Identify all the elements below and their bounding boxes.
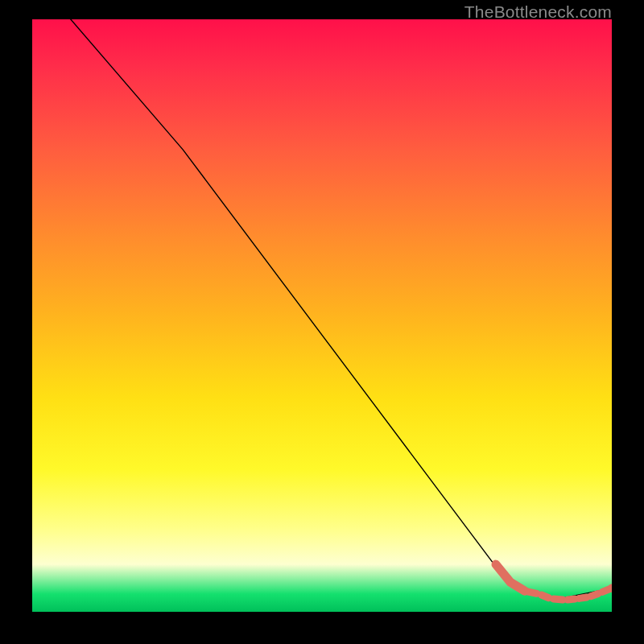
trough-dash-segment [527,592,537,593]
main-curve-path [56,19,612,600]
gradient-plot-area [32,19,612,612]
trough-dash-segment [568,599,575,600]
trough-dash-segment [513,584,522,589]
trough-dash-segment [579,597,586,598]
chart-frame: TheBottleneck.com [0,0,644,644]
trough-dash-segment [591,593,598,596]
trough-dash-segment [498,568,508,579]
trough-dash-segment [554,599,564,600]
chart-overlay-svg [32,19,612,612]
trough-highlight [496,564,612,600]
trough-solid-lead [496,564,525,591]
trough-dash-segment [542,595,549,598]
trough-dash-segment [602,589,609,592]
main-curve [56,19,612,600]
trough-end-marker [608,584,612,592]
